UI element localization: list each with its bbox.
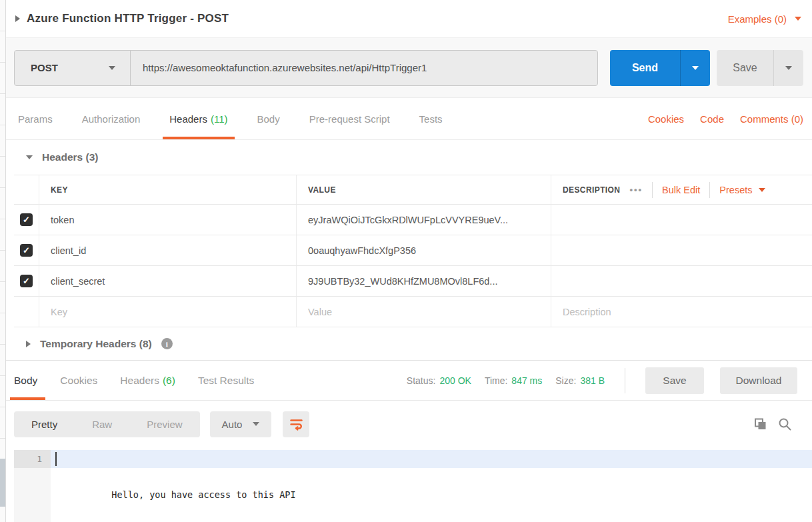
line-number: 1	[14, 450, 51, 468]
save-button[interactable]: Save	[717, 50, 774, 86]
divider	[625, 368, 625, 393]
value-cell[interactable]: 9J9UBTBy32_WUd8KHfZMU8MOvl8LF6d...	[297, 266, 551, 296]
table-header-row: KEY VALUE DESCRIPTION ••• Bulk Edit Pres…	[14, 175, 812, 205]
chevron-down-icon	[795, 17, 801, 21]
tab-label: Headers	[120, 375, 159, 387]
tab-label: Pre-request Script	[309, 113, 390, 125]
description-label: DESCRIPTION	[563, 185, 620, 195]
tab-body[interactable]: Body	[257, 98, 280, 139]
copy-button[interactable]	[753, 417, 767, 431]
request-tabs: Params Authorization Headers (11) Body P…	[6, 98, 812, 140]
comments-link[interactable]: Comments (0)	[740, 113, 803, 125]
url-group: POST	[14, 50, 598, 86]
view-mode-pretty[interactable]: Pretty	[14, 411, 75, 437]
response-headers-count-badge: (6)	[163, 375, 175, 387]
headers-count-badge: (11)	[211, 113, 228, 125]
status-value: 200 OK	[439, 375, 471, 386]
wrap-lines-button[interactable]	[283, 411, 309, 437]
tab-label: Authorization	[82, 113, 141, 125]
response-header: Body Cookies Headers (6) Test Results St…	[6, 361, 812, 401]
tab-label: Tests	[419, 113, 443, 125]
checkbox-checked[interactable]	[20, 244, 33, 257]
table-row: token eyJraWQiOiJTcGkxRDlWUFpLcVVYRE9ueV…	[14, 205, 812, 235]
text-cursor	[55, 452, 57, 466]
key-column-header: KEY	[39, 175, 297, 204]
send-button[interactable]: Send	[610, 50, 681, 86]
tab-pre-request-script[interactable]: Pre-request Script	[309, 98, 390, 139]
code-link[interactable]: Code	[700, 113, 724, 125]
key-cell[interactable]: token	[39, 205, 297, 235]
chevron-down-icon	[785, 66, 792, 70]
value-cell[interactable]: eyJraWQiOiJTcGkxRDlWUFpLcVVYRE9ueV...	[297, 205, 551, 235]
view-mode-raw[interactable]: Raw	[75, 411, 129, 437]
description-cell[interactable]	[551, 205, 812, 235]
response-tab-cookies[interactable]: Cookies	[60, 361, 97, 400]
save-options-button[interactable]	[774, 50, 803, 86]
view-mode-preview[interactable]: Preview	[129, 411, 199, 437]
collapse-caret-icon[interactable]	[15, 15, 20, 22]
key-cell[interactable]: client_secret	[39, 266, 297, 296]
download-response-button[interactable]: Download	[720, 367, 797, 394]
sidebar-scrollbar-thumb[interactable]	[0, 459, 5, 507]
description-input-placeholder[interactable]: Description	[551, 297, 812, 327]
request-title-bar: Azure Function HTTP Trigger - POST Examp…	[6, 0, 812, 38]
tab-label: Body	[257, 113, 280, 125]
send-options-button[interactable]	[681, 50, 710, 86]
response-toolbar: Pretty Raw Preview Auto	[6, 401, 812, 447]
row-select-cell	[14, 235, 39, 265]
status-badge: Status: 200 OK	[407, 375, 471, 386]
url-input[interactable]	[131, 51, 597, 85]
column-options-icon[interactable]: •••	[629, 185, 643, 195]
headers-table: KEY VALUE DESCRIPTION ••• Bulk Edit Pres…	[14, 175, 812, 327]
key-cell[interactable]: client_id	[39, 235, 297, 265]
presets-label: Presets	[719, 185, 752, 195]
tab-headers[interactable]: Headers (11)	[169, 98, 227, 139]
postman-app: Azure Function HTTP Trigger - POST Examp…	[0, 0, 812, 522]
chevron-down-icon	[759, 188, 765, 192]
response-tab-body[interactable]: Body	[14, 361, 37, 400]
save-response-button[interactable]: Save	[645, 367, 704, 394]
examples-dropdown[interactable]: Examples (0)	[728, 13, 801, 25]
size-value: 381 B	[580, 375, 605, 386]
value-cell[interactable]: 0oauqhyawFhdcXfgP356	[297, 235, 551, 265]
row-select-cell	[14, 266, 39, 296]
value-input-placeholder[interactable]: Value	[297, 297, 551, 327]
temporary-headers-toggle[interactable]: Temporary Headers (8) i	[6, 327, 812, 361]
checkbox-checked[interactable]	[20, 275, 33, 287]
divider	[709, 182, 710, 198]
checkbox-checked[interactable]	[20, 213, 33, 226]
tab-label: Body	[14, 375, 37, 387]
save-button-group: Save	[717, 50, 803, 86]
code-line[interactable]: 1 Hello, you have access to this API	[14, 450, 812, 468]
presets-dropdown[interactable]: Presets	[719, 185, 765, 195]
response-tab-test-results[interactable]: Test Results	[198, 361, 254, 400]
format-dropdown[interactable]: Auto	[210, 411, 272, 437]
value-column-header: VALUE	[297, 175, 551, 204]
request-panel: Azure Function HTTP Trigger - POST Examp…	[6, 0, 812, 522]
info-icon[interactable]: i	[161, 338, 173, 349]
bulk-edit-link[interactable]: Bulk Edit	[662, 185, 700, 195]
chevron-down-icon	[253, 422, 259, 426]
cookies-link[interactable]: Cookies	[648, 113, 684, 125]
headers-section-toggle[interactable]: Headers (3)	[6, 140, 812, 175]
divider	[652, 182, 653, 198]
tab-params[interactable]: Params	[18, 98, 53, 139]
method-select[interactable]: POST	[15, 51, 131, 85]
response-body-editor[interactable]: 1 Hello, you have access to this API	[14, 447, 812, 522]
temporary-headers-title: Temporary Headers (8)	[40, 338, 152, 350]
description-cell[interactable]	[551, 266, 812, 296]
search-button[interactable]	[778, 417, 792, 431]
format-value: Auto	[222, 419, 243, 430]
response-status-group: Status: 200 OK Time: 847 ms Size: 381 B	[407, 361, 605, 400]
description-column-header: DESCRIPTION ••• Bulk Edit Presets	[551, 175, 812, 204]
request-bar: POST Send Save	[6, 38, 812, 98]
copy-icon	[753, 417, 767, 431]
tab-tests[interactable]: Tests	[419, 98, 443, 139]
key-input-placeholder[interactable]: Key	[39, 297, 297, 327]
response-tab-headers[interactable]: Headers (6)	[120, 361, 175, 400]
tab-authorization[interactable]: Authorization	[82, 98, 141, 139]
select-column-header	[14, 175, 39, 204]
method-value: POST	[31, 62, 58, 73]
line-text[interactable]: Hello, you have access to this API	[51, 450, 812, 468]
description-cell[interactable]	[551, 235, 812, 265]
